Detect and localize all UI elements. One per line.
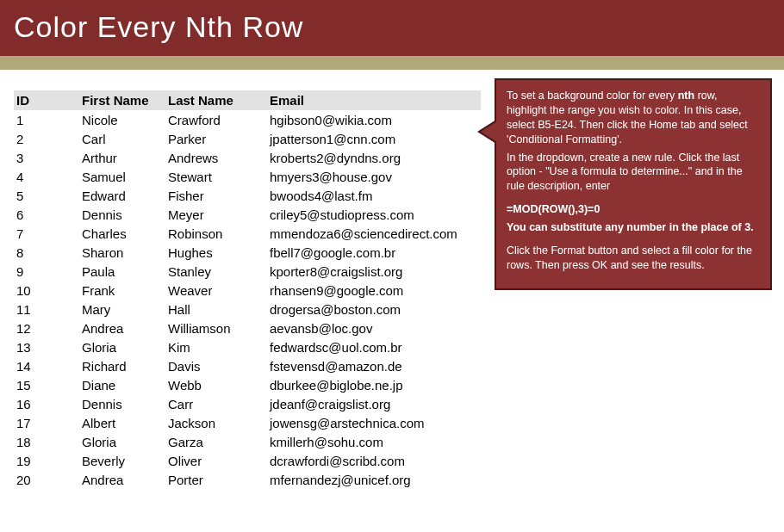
cell-first: Gloria [79,337,165,356]
table-body: 1NicoleCrawfordhgibson0@wikia.com2CarlPa… [14,110,481,489]
cell-id: 18 [14,432,79,451]
cell-email: mmendoza6@sciencedirect.com [267,224,481,243]
cell-last: Jackson [165,413,267,432]
cell-first: Dennis [79,205,165,224]
cell-last: Andrews [165,148,267,167]
cell-email: dcrawfordi@scribd.com [267,451,481,470]
cell-email: dburkee@biglobe.ne.jp [267,375,481,394]
callout-p2: In the dropdown, create a new rule. Clic… [507,151,760,195]
table-row: 20AndreaPortermfernandezj@unicef.org [14,470,481,489]
cell-id: 16 [14,394,79,413]
cell-email: hgibson0@wikia.com [267,110,481,129]
callout-arrow-inner-icon [481,121,497,142]
cell-email: fstevensd@amazon.de [267,356,481,375]
cell-first: Charles [79,224,165,243]
col-header-last: Last Name [165,90,267,110]
table-row: 9PaulaStanleykporter8@craigslist.org [14,262,481,281]
table-row: 17AlbertJacksonjowensg@arstechnica.com [14,413,481,432]
table-row: 4SamuelStewarthmyers3@house.gov [14,167,481,186]
cell-first: Edward [79,186,165,205]
cell-last: Meyer [165,205,267,224]
cell-email: bwoods4@last.fm [267,186,481,205]
table-row: 8SharonHughesfbell7@google.com.br [14,243,481,262]
table-row: 19BeverlyOliverdcrawfordi@scribd.com [14,451,481,470]
cell-email: kroberts2@dyndns.org [267,148,481,167]
cell-email: drogersa@boston.com [267,300,481,319]
cell-id: 5 [14,186,79,205]
cell-id: 8 [14,243,79,262]
cell-first: Arthur [79,148,165,167]
cell-id: 15 [14,375,79,394]
cell-last: Oliver [165,451,267,470]
cell-last: Robinson [165,224,267,243]
cell-email: jpatterson1@cnn.com [267,129,481,148]
cell-first: Gloria [79,432,165,451]
table-row: 7CharlesRobinsonmmendoza6@sciencedirect.… [14,224,481,243]
cell-id: 12 [14,319,79,337]
cell-last: Stanley [165,262,267,281]
cell-last: Stewart [165,167,267,186]
cell-last: Garza [165,432,267,451]
cell-last: Hall [165,300,267,319]
cell-id: 10 [14,281,79,300]
page-title: Color Every Nth Row [14,10,303,43]
cell-first: Carl [79,129,165,148]
table-row: 13GloriaKimfedwardsc@uol.com.br [14,337,481,356]
table-row: 16DennisCarrjdeanf@craigslist.org [14,394,481,413]
table-row: 18GloriaGarzakmillerh@sohu.com [14,432,481,451]
col-header-email: Email [267,90,481,110]
cell-last: Davis [165,356,267,375]
cell-last: Webb [165,375,267,394]
table-row: 3ArthurAndrewskroberts2@dyndns.org [14,148,481,167]
cell-email: fbell7@google.com.br [267,243,481,262]
cell-id: 9 [14,262,79,281]
cell-email: jdeanf@craigslist.org [267,394,481,413]
table-header-row: ID First Name Last Name Email [14,90,481,110]
table-row: 11MaryHalldrogersa@boston.com [14,300,481,319]
callout-p1-a: To set a background color for every [507,90,678,102]
cell-id: 3 [14,148,79,167]
cell-email: kporter8@craigslist.org [267,262,481,281]
table-row: 14RichardDavisfstevensd@amazon.de [14,356,481,375]
callout-box: To set a background color for every nth … [495,78,772,290]
table-row: 2CarlParkerjpatterson1@cnn.com [14,129,481,148]
cell-email: mfernandezj@unicef.org [267,470,481,489]
cell-first: Diane [79,375,165,394]
cell-id: 1 [14,110,79,129]
cell-first: Samuel [79,167,165,186]
callout-p1: To set a background color for every nth … [507,89,760,147]
data-table: ID First Name Last Name Email 1NicoleCra… [14,90,481,489]
cell-id: 19 [14,451,79,470]
cell-last: Porter [165,470,267,489]
cell-email: fedwardsc@uol.com.br [267,337,481,356]
cell-first: Richard [79,356,165,375]
cell-id: 6 [14,205,79,224]
cell-email: criley5@studiopress.com [267,205,481,224]
table-row: 6DennisMeyercriley5@studiopress.com [14,205,481,224]
callout-formula: =MOD(ROW(),3)=0 [507,202,760,217]
cell-last: Fisher [165,186,267,205]
cell-first: Albert [79,413,165,432]
cell-email: hmyers3@house.gov [267,167,481,186]
callout-p1-bold: nth [678,90,694,102]
page-header: Color Every Nth Row [0,0,784,56]
cell-first: Mary [79,300,165,319]
table-row: 15DianeWebbdburkee@biglobe.ne.jp [14,375,481,394]
col-header-first: First Name [79,90,165,110]
cell-last: Hughes [165,243,267,262]
cell-id: 7 [14,224,79,243]
cell-first: Andrea [79,319,165,337]
cell-first: Paula [79,262,165,281]
cell-last: Weaver [165,281,267,300]
table-row: 1NicoleCrawfordhgibson0@wikia.com [14,110,481,129]
cell-id: 13 [14,337,79,356]
cell-id: 20 [14,470,79,489]
cell-last: Carr [165,394,267,413]
cell-first: Dennis [79,394,165,413]
cell-first: Andrea [79,470,165,489]
cell-id: 4 [14,167,79,186]
callout-p3: Click the Format button and select a fil… [507,244,760,273]
table-row: 5EdwardFisherbwoods4@last.fm [14,186,481,205]
cell-id: 11 [14,300,79,319]
cell-id: 14 [14,356,79,375]
